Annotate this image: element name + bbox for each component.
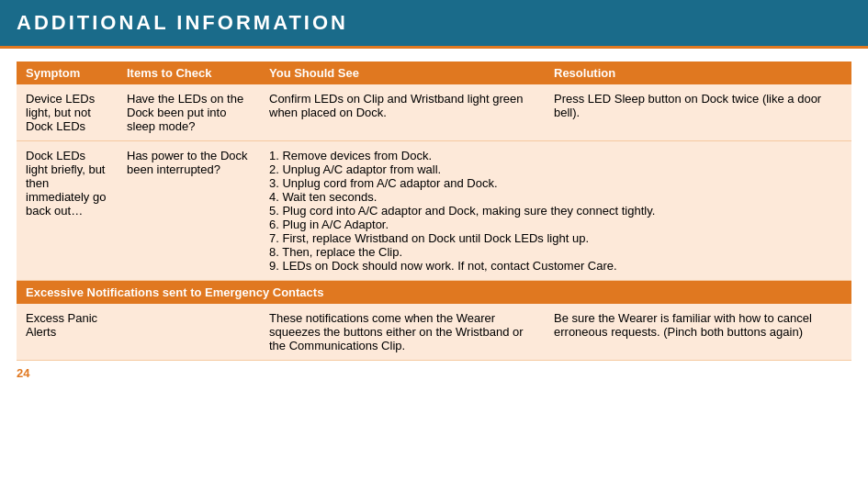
cell-resolution-1: Press LED Sleep button on Dock twice (li…: [545, 84, 851, 141]
table-row: Device LEDs light, but not Dock LEDs Hav…: [17, 84, 851, 141]
cell-items-s2-1: [118, 304, 260, 361]
cell-symptom-s2-1: Excess Panic Alerts: [17, 304, 118, 361]
table-row: Excess Panic Alerts These notifications …: [17, 304, 851, 361]
cell-symptom-2: Dock LEDs light briefly, but then immedi…: [17, 141, 118, 281]
page-header: ADDITIONAL INFORMATION: [0, 0, 868, 49]
cell-items-1: Have the LEDs on the Dock been put into …: [118, 84, 260, 141]
col-header-symptom: Symptom: [17, 61, 118, 84]
cell-symptom-1: Device LEDs light, but not Dock LEDs: [17, 84, 118, 141]
page-title: ADDITIONAL INFORMATION: [17, 11, 348, 34]
page-number: 24: [17, 361, 851, 380]
col-header-resolution: Resolution: [545, 61, 851, 84]
cell-items-2: Has power to the Dock been interrupted?: [118, 141, 260, 281]
col-header-should: You Should See: [260, 61, 545, 84]
cell-should-resolution-2: 1. Remove devices from Dock. 2. Unplug A…: [260, 141, 851, 281]
section-header-row-2: Excessive Notifications sent to Emergenc…: [17, 281, 851, 305]
cell-should-1: Confirm LEDs on Clip and Wristband light…: [260, 84, 545, 141]
section-2-header: Excessive Notifications sent to Emergenc…: [17, 281, 851, 305]
cell-should-s2-1: These notifications come when the Wearer…: [260, 304, 545, 361]
col-header-items: Items to Check: [118, 61, 260, 84]
table-row: Dock LEDs light briefly, but then immedi…: [17, 141, 851, 281]
table-header-row: Symptom Items to Check You Should See Re…: [17, 61, 851, 84]
cell-resolution-s2-1: Be sure the Wearer is familiar with how …: [545, 304, 851, 361]
